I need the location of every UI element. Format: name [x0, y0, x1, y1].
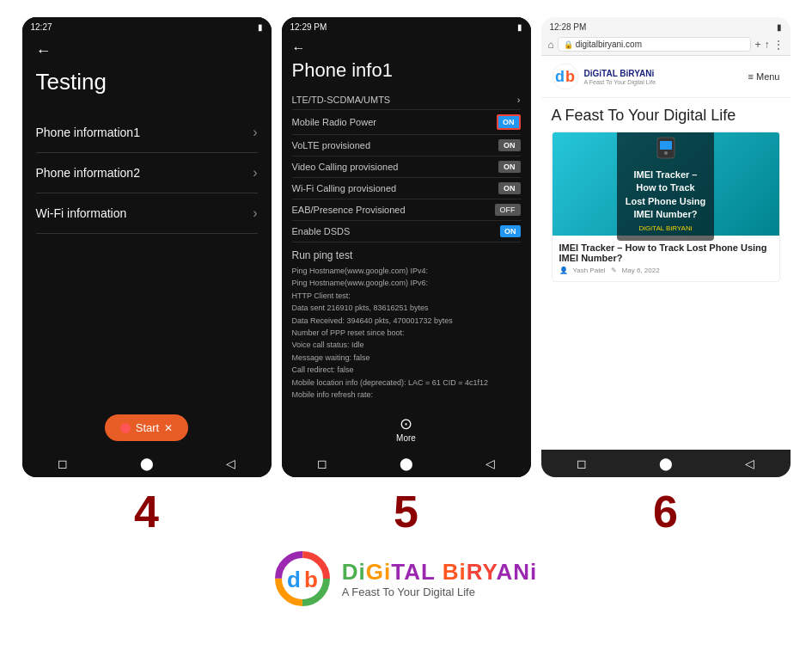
site-name-block: DiGiTAL BiRYANi A Feast To Your Digital … — [584, 69, 656, 85]
phone2-title: Phone info1 — [292, 59, 521, 82]
chevron-icon: › — [253, 165, 257, 181]
eab-row: EAB/Presence Provisioned OFF — [292, 199, 521, 221]
mobile-radio-label: Mobile Radio Power — [292, 117, 376, 127]
record-icon — [120, 423, 131, 433]
menu-item-wifi-info[interactable]: Wi-Fi information › — [36, 193, 258, 234]
article-title: IMEI Tracker – How to Track Lost Phone U… — [559, 242, 772, 263]
brand-tagline-large: A Feast To Your Digital Life — [342, 586, 537, 598]
home-icon[interactable]: ⬤ — [659, 457, 673, 470]
volte-toggle[interactable]: ON — [498, 139, 521, 151]
article-thumb-title: IMEI Tracker –How to TrackLost Phone Usi… — [626, 169, 706, 222]
menu-dots-icon[interactable]: ⋮ — [773, 39, 784, 51]
home-icon[interactable]: ⬤ — [140, 457, 154, 470]
phone1-title: Testing — [36, 69, 258, 95]
back-arrow-icon[interactable]: ← — [292, 40, 521, 56]
site-tagline: A Feast To Your Digital Life — [584, 79, 656, 85]
start-button[interactable]: Start ✕ — [105, 414, 188, 441]
menu-item-label: Phone information1 — [36, 126, 140, 139]
phone3-content: d b DiGiTAL BiRYANi A Feast To Your Digi… — [541, 56, 791, 450]
svg-rect-4 — [660, 141, 672, 150]
back-nav-icon[interactable]: ◁ — [745, 457, 754, 470]
back-nav-icon[interactable]: ◁ — [485, 457, 495, 470]
header-menu-button[interactable]: ≡ Menu — [748, 71, 780, 82]
browser-bar: ⌂ 🔒 digitalbiryani.com + ↑ ⋮ — [541, 34, 791, 56]
wifi-calling-row: Wi-Fi Calling provisioned ON — [292, 178, 521, 199]
chevron-icon: › — [517, 95, 521, 105]
hero-title: A Feast To Your Digital Life — [552, 107, 780, 125]
article-thumbnail: IMEI Tracker –How to TrackLost Phone Usi… — [553, 132, 779, 236]
brand-name-part-tal: TAL — [391, 559, 435, 585]
video-calling-label: Video Calling provisioned — [292, 162, 399, 172]
home-browser-icon[interactable]: ⌂ — [548, 39, 554, 51]
url-bar[interactable]: 🔒 digitalbiryani.com — [558, 37, 752, 52]
phone1-nav-bar: ◻ ⬤ ◁ — [22, 450, 272, 477]
run-ping-label[interactable]: Run ping test — [292, 242, 521, 265]
video-calling-toggle[interactable]: ON — [498, 161, 521, 173]
start-label: Start — [136, 421, 159, 434]
square-icon[interactable]: ◻ — [317, 457, 327, 470]
article-thumb-overlay: IMEI Tracker –How to TrackLost Phone Usi… — [617, 132, 715, 241]
hamburger-icon: ≡ — [748, 71, 754, 82]
phone1-content: ← Testing Phone information1 › Phone inf… — [22, 34, 272, 406]
phone1-status-icons: ▮ — [258, 22, 263, 32]
logo-icon: d b — [552, 63, 579, 90]
more-button[interactable]: ⊙ More — [396, 414, 416, 443]
phone2-time: 12:29 PM — [290, 22, 327, 32]
eab-toggle[interactable]: OFF — [495, 204, 521, 216]
phone1-frame: 12:27 ▮ ← Testing Phone information1 › P… — [22, 17, 272, 477]
dsds-label: Enable DSDS — [292, 226, 351, 236]
volte-label: VoLTE provisioned — [292, 140, 371, 150]
url-text: digitalbiryani.com — [576, 40, 642, 49]
lock-icon: 🔒 — [564, 40, 573, 49]
brand-name-part-ani: ANi — [496, 559, 537, 585]
ping-data: Ping Hostname(www.google.com) IPv4: Ping… — [292, 265, 521, 401]
brand-name-part-di: Di — [342, 559, 366, 585]
mobile-radio-power-row: Mobile Radio Power ON — [292, 110, 521, 135]
phone2-content: ← Phone info1 LTE/TD-SCDMA/UMTS › Mobile… — [282, 34, 531, 408]
brand-name-part-bi: Bi — [443, 559, 467, 585]
imei-icon — [626, 136, 706, 163]
bottom-brand: d b DiGiTAL BiRYANi A Feast To Your Digi… — [275, 551, 537, 606]
back-arrow-icon[interactable]: ← — [36, 42, 258, 60]
square-icon[interactable]: ◻ — [58, 457, 68, 470]
menu-item-phone-info2[interactable]: Phone information2 › — [36, 153, 258, 193]
phone3-status-icons: ▮ — [777, 22, 782, 32]
svg-text:b: b — [565, 68, 575, 85]
brand-name-part-gi: Gi — [366, 559, 391, 585]
author-icon: 👤 — [559, 267, 568, 274]
site-name: DiGiTAL BiRYANi — [584, 69, 656, 79]
mobile-radio-toggle[interactable]: ON — [497, 114, 521, 130]
phones-row: 12:27 ▮ ← Testing Phone information1 › P… — [17, 17, 795, 477]
svg-point-5 — [664, 151, 668, 155]
article-date: May 6, 2022 — [622, 267, 660, 274]
brand-name-part-ry: RY — [467, 559, 497, 585]
home-icon[interactable]: ⬤ — [400, 457, 413, 470]
square-icon[interactable]: ◻ — [577, 457, 587, 470]
dsds-row: Enable DSDS ON — [292, 221, 521, 242]
eab-label: EAB/Presence Provisioned — [292, 205, 406, 215]
phone3-nav-bar: ◻ ⬤ ◁ — [541, 450, 791, 477]
article-meta: 👤 Yash Patel ✎ May 6, 2022 — [559, 267, 772, 274]
share-icon[interactable]: ↑ — [765, 39, 770, 51]
more-icon: ⊙ — [400, 414, 412, 433]
brand-name-large: DiGiTAL BiRYANi — [342, 559, 537, 586]
numbers-row: 4 5 6 — [17, 486, 795, 537]
menu-item-phone-info1[interactable]: Phone information1 › — [36, 113, 258, 153]
battery-icon: ▮ — [777, 22, 782, 32]
chevron-icon: › — [253, 205, 257, 221]
phone2-nav-bar: ◻ ⬤ ◁ — [282, 450, 531, 477]
wifi-calling-toggle[interactable]: ON — [498, 182, 521, 194]
chevron-icon: › — [253, 125, 257, 140]
video-calling-row: Video Calling provisioned ON — [292, 156, 521, 178]
add-tab-icon[interactable]: + — [754, 39, 760, 51]
dsds-toggle[interactable]: ON — [500, 225, 521, 237]
phone1-time: 12:27 — [31, 22, 52, 32]
back-nav-icon[interactable]: ◁ — [226, 457, 235, 470]
more-label: More — [396, 433, 416, 443]
menu-item-label: Wi-Fi information — [36, 206, 127, 220]
phone2-status-icons: ▮ — [517, 22, 522, 32]
website-hero: A Feast To Your Digital Life — [541, 98, 791, 291]
step-number-4: 4 — [22, 486, 272, 537]
edit-icon: ✎ — [611, 267, 617, 274]
phone2-frame: 12:29 PM ▮ ← Phone info1 LTE/TD-SCDMA/UM… — [282, 17, 531, 477]
